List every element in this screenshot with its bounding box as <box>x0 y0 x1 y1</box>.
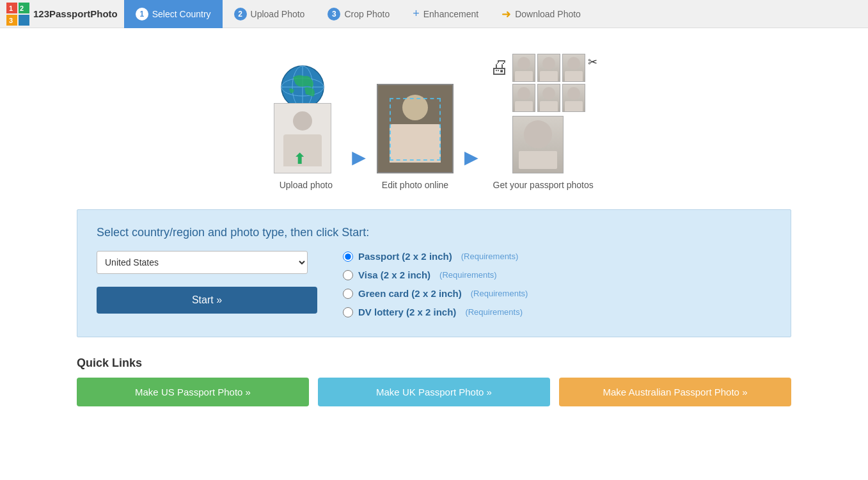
passport-step-label: Get your passport photos <box>493 180 594 190</box>
passport-radio-item[interactable]: Passport (2 x 2 inch) (Requirements) <box>343 251 528 262</box>
selection-body: United States Australia United Kingdom C… <box>97 251 771 317</box>
passport-req-link[interactable]: (Requirements) <box>461 252 519 261</box>
logo[interactable]: 1 2 3 123PassportPhoto <box>6 3 118 26</box>
country-selector-wrapper: United States Australia United Kingdom C… <box>97 251 317 314</box>
arrow-right-icon: ➜ <box>501 7 511 21</box>
visa-radio-item[interactable]: Visa (2 x 2 inch) (Requirements) <box>343 269 528 280</box>
edit-step-visual: Edit photo online <box>377 84 454 190</box>
plus-icon: + <box>413 7 420 20</box>
step1-label: Select Country <box>152 9 211 19</box>
start-button[interactable]: Start » <box>97 287 317 314</box>
visa-req-link[interactable]: (Requirements) <box>439 270 497 280</box>
svg-text:3: 3 <box>9 17 13 24</box>
uk-passport-button[interactable]: Make UK Passport Photo » <box>318 378 550 406</box>
enhancement-step[interactable]: + Enhancement <box>401 0 490 28</box>
upload-step-visual: ⬆ Upload photo <box>271 65 341 190</box>
quick-links-section: Quick Links Make US Passport Photo » Mak… <box>0 350 868 419</box>
arrow1-icon: ► <box>347 144 370 171</box>
download-step[interactable]: ➜ Download Photo <box>490 0 592 28</box>
edit-step-label: Edit photo online <box>382 180 448 190</box>
passport-step-visual: 🖨 <box>489 54 597 190</box>
greencard-radio-item[interactable]: Green card (2 x 2 inch) (Requirements) <box>343 288 528 299</box>
step3-num: 3 <box>327 8 340 20</box>
upload-visual-container: ⬆ <box>271 65 341 173</box>
how-it-works: ⬆ Upload photo ► Edit photo online ► <box>0 28 868 203</box>
logo-icon: 1 2 3 <box>6 3 29 26</box>
upload-arrow-icon: ⬆ <box>294 151 305 168</box>
step3-label: Crop Photo <box>344 9 390 19</box>
enhancement-label: Enhancement <box>423 9 478 19</box>
nav-steps: 1 Select Country 2 Upload Photo 3 Crop P… <box>124 0 592 28</box>
passport-visual-container: 🖨 <box>489 54 597 173</box>
scissors-icon: ✂ <box>588 55 597 69</box>
person-card: ⬆ <box>274 103 331 173</box>
selection-box: Select country/region and photo type, th… <box>77 209 791 337</box>
step2-num: 2 <box>234 8 247 20</box>
selection-title: Select country/region and photo type, th… <box>97 226 771 239</box>
download-label: Download Photo <box>515 9 581 19</box>
arrow2-icon: ► <box>460 144 483 171</box>
greencard-radio[interactable] <box>343 289 353 299</box>
passport-radio[interactable] <box>343 252 353 262</box>
single-passport-photo <box>512 116 564 173</box>
step1-num: 1 <box>136 8 148 20</box>
greencard-radio-label: Green card (2 x 2 inch) <box>358 288 462 299</box>
dvlottery-radio[interactable] <box>343 307 353 317</box>
main-content: ⬆ Upload photo ► Edit photo online ► <box>0 28 868 480</box>
svg-text:2: 2 <box>20 4 24 12</box>
svg-text:1: 1 <box>9 4 13 12</box>
step-upload-photo[interactable]: 2 Upload Photo <box>223 0 317 28</box>
header: 1 2 3 123PassportPhoto 1 Select Country … <box>0 0 868 28</box>
visa-radio[interactable] <box>343 270 353 280</box>
dvlottery-radio-label: DV lottery (2 x 2 inch) <box>358 307 456 317</box>
passport-radio-label: Passport (2 x 2 inch) <box>358 251 452 262</box>
australian-passport-button[interactable]: Make Australian Passport Photo » <box>559 378 791 406</box>
logo-text: 123PassportPhoto <box>33 8 118 19</box>
printer-icon: 🖨 <box>489 56 509 78</box>
step-crop-photo[interactable]: 3 Crop Photo <box>316 0 401 28</box>
photo-type-options: Passport (2 x 2 inch) (Requirements) Vis… <box>343 251 528 317</box>
passport-grid: ✂ <box>512 54 597 112</box>
dvlottery-radio-item[interactable]: DV lottery (2 x 2 inch) (Requirements) <box>343 307 528 317</box>
us-passport-button[interactable]: Make US Passport Photo » <box>77 378 309 406</box>
step2-label: Upload Photo <box>251 9 305 19</box>
country-select[interactable]: United States Australia United Kingdom C… <box>97 251 308 274</box>
step-select-country[interactable]: 1 Select Country <box>124 0 223 28</box>
quick-links-title: Quick Links <box>77 356 791 370</box>
svg-rect-3 <box>19 15 29 26</box>
quick-links-row: Make US Passport Photo » Make UK Passpor… <box>77 378 791 406</box>
visa-radio-label: Visa (2 x 2 inch) <box>358 269 430 280</box>
dvlottery-req-link[interactable]: (Requirements) <box>465 307 523 317</box>
greencard-req-link[interactable]: (Requirements) <box>471 289 528 298</box>
edit-visual-container <box>377 84 454 173</box>
upload-step-label: Upload photo <box>280 180 333 190</box>
